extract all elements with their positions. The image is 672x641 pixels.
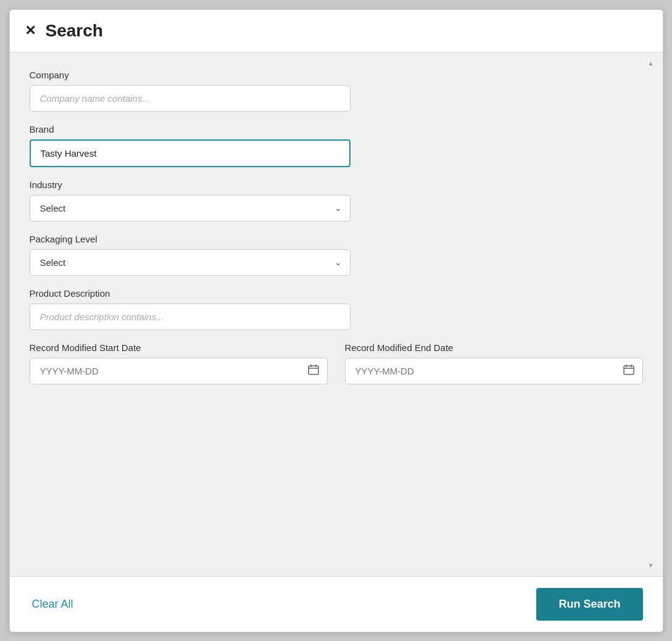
product-description-field-group: Product Description	[30, 288, 643, 330]
start-date-label: Record Modified Start Date	[30, 342, 328, 353]
start-date-input[interactable]	[30, 358, 328, 384]
start-date-group: Record Modified Start Date	[30, 342, 328, 384]
packaging-level-select[interactable]: Select	[30, 249, 351, 276]
brand-input[interactable]	[30, 139, 351, 167]
end-date-group: Record Modified End Date	[345, 342, 643, 384]
industry-select-wrapper: Select ⌄	[30, 195, 351, 221]
start-date-input-wrapper	[30, 358, 328, 384]
company-field-group: Company	[30, 70, 643, 112]
product-description-label: Product Description	[30, 288, 643, 299]
brand-label: Brand	[30, 124, 643, 134]
industry-select[interactable]: Select	[30, 195, 351, 221]
end-date-input-wrapper	[345, 358, 643, 384]
scroll-down-icon: ▼	[648, 562, 654, 569]
end-date-input[interactable]	[345, 358, 643, 384]
modal-title: Search	[46, 21, 103, 41]
modal-body: ▲ Company Brand Industry Select ⌄	[10, 52, 663, 576]
search-modal: ✕ Search ▲ Company Brand Industry Sele	[9, 9, 663, 632]
company-input[interactable]	[30, 85, 351, 112]
close-icon[interactable]: ✕	[25, 24, 36, 38]
brand-field-group: Brand	[30, 124, 643, 167]
scroll-up-icon: ▲	[648, 60, 654, 67]
modal-container: ✕ Search ▲ Company Brand Industry Sele	[0, 0, 672, 641]
packaging-level-label: Packaging Level	[30, 234, 643, 244]
industry-label: Industry	[30, 180, 643, 190]
date-row: Record Modified Start Date	[30, 342, 643, 384]
packaging-level-select-wrapper: Select ⌄	[30, 249, 351, 276]
clear-all-button[interactable]: Clear All	[30, 593, 76, 616]
run-search-button[interactable]: Run Search	[536, 588, 642, 621]
product-description-input[interactable]	[30, 304, 351, 330]
end-date-label: Record Modified End Date	[345, 342, 643, 353]
modal-footer: Clear All Run Search	[10, 576, 663, 632]
modal-header: ✕ Search	[10, 10, 663, 52]
company-label: Company	[30, 70, 643, 80]
packaging-level-field-group: Packaging Level Select ⌄	[30, 234, 643, 276]
industry-field-group: Industry Select ⌄	[30, 180, 643, 221]
